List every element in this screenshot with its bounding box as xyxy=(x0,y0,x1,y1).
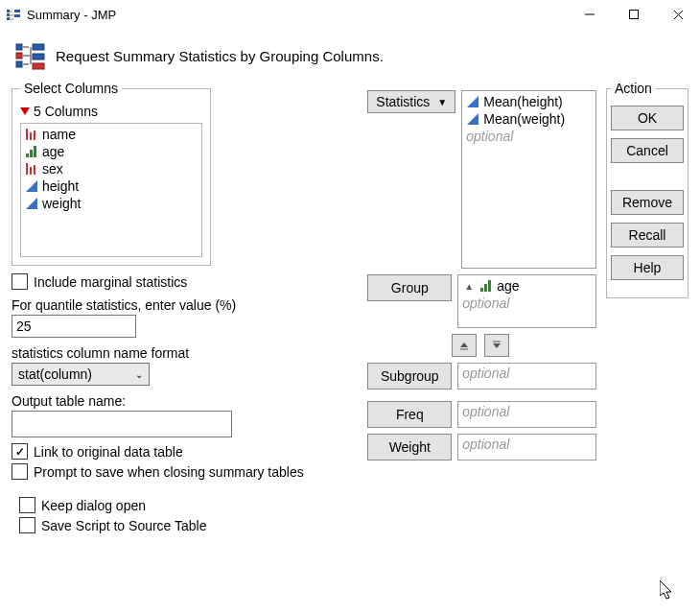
header-text: Request Summary Statistics by Grouping C… xyxy=(56,48,384,64)
ok-button[interactable]: OK xyxy=(611,106,684,130)
list-item[interactable]: name xyxy=(23,126,199,143)
window-controls xyxy=(568,0,700,29)
svg-marker-26 xyxy=(467,96,478,107)
quantile-input[interactable] xyxy=(12,315,136,338)
group-entry[interactable]: ▲ age xyxy=(462,277,592,295)
svg-rect-9 xyxy=(16,44,22,50)
action-group: Action OK Cancel Remove Recall Help xyxy=(606,81,688,298)
columns-header[interactable]: 5 Columns xyxy=(20,102,202,123)
cursor-icon xyxy=(660,580,677,602)
statistics-entry[interactable]: Mean(weight) xyxy=(466,110,592,128)
window-title: Summary - JMP xyxy=(27,8,568,22)
header-row: Request Summary Statistics by Grouping C… xyxy=(0,29,700,81)
ordinal-icon xyxy=(25,145,38,158)
include-marginal-label: Include marginal statistics xyxy=(34,274,187,290)
optional-placeholder: optional xyxy=(462,366,509,381)
recall-button[interactable]: Recall xyxy=(611,223,684,248)
keep-dialog-row[interactable]: Keep dialog open xyxy=(19,497,367,513)
close-button[interactable] xyxy=(656,0,700,29)
ok-label: OK xyxy=(638,110,657,126)
prompt-save-checkbox[interactable] xyxy=(12,463,28,480)
output-name-input[interactable] xyxy=(12,411,232,437)
svg-rect-22 xyxy=(30,167,32,175)
recall-label: Recall xyxy=(629,227,666,243)
svg-rect-19 xyxy=(30,150,33,157)
minimize-button[interactable] xyxy=(568,0,612,29)
link-original-checkbox[interactable] xyxy=(12,443,28,460)
statistics-box[interactable]: Mean(height) Mean(weight) optional xyxy=(461,90,596,269)
move-down-button[interactable] xyxy=(484,334,509,357)
include-marginal-row[interactable]: Include marginal statistics xyxy=(12,273,367,290)
help-button[interactable]: Help xyxy=(611,255,684,280)
svg-rect-14 xyxy=(33,63,44,69)
group-button-label: Group xyxy=(391,280,429,295)
app-icon xyxy=(6,7,21,22)
summary-icon xyxy=(15,40,46,71)
svg-marker-24 xyxy=(26,180,37,192)
svg-rect-23 xyxy=(34,165,35,175)
maximize-button[interactable] xyxy=(612,0,656,29)
stat-format-combo[interactable]: stat(column) ⌄ xyxy=(12,363,150,386)
list-item-label: sex xyxy=(42,161,63,177)
list-item[interactable]: height xyxy=(23,177,199,195)
svg-rect-0 xyxy=(7,10,10,12)
cancel-label: Cancel xyxy=(626,143,668,158)
list-item-label: name xyxy=(42,127,76,142)
nominal-icon xyxy=(25,128,38,141)
optional-placeholder: optional xyxy=(462,437,509,452)
ordinal-icon xyxy=(479,279,493,293)
svg-marker-25 xyxy=(26,198,37,209)
svg-rect-30 xyxy=(488,280,491,292)
freq-button-label: Freq xyxy=(396,407,424,422)
weight-button-label: Weight xyxy=(389,439,431,455)
column-list[interactable]: name age sex height weight xyxy=(20,123,202,257)
continuous-icon xyxy=(25,179,38,193)
statistics-button[interactable]: Statistics ▼ xyxy=(367,90,455,113)
prompt-save-row[interactable]: Prompt to save when closing summary tabl… xyxy=(12,463,367,480)
weight-button[interactable]: Weight xyxy=(367,434,452,460)
list-item[interactable]: age xyxy=(23,143,199,160)
keep-dialog-label: Keep dialog open xyxy=(41,498,146,513)
statistics-entry[interactable]: Mean(height) xyxy=(466,93,592,110)
include-marginal-checkbox[interactable] xyxy=(12,273,28,290)
save-script-checkbox[interactable] xyxy=(19,517,35,533)
list-item[interactable]: weight xyxy=(23,195,199,212)
remove-button[interactable]: Remove xyxy=(611,190,684,215)
link-original-row[interactable]: Link to original data table xyxy=(12,443,367,460)
svg-rect-1 xyxy=(7,13,10,16)
svg-rect-18 xyxy=(26,154,29,157)
optional-placeholder: optional xyxy=(466,128,592,145)
cancel-button[interactable]: Cancel xyxy=(611,138,684,163)
move-up-button[interactable] xyxy=(452,334,477,357)
subgroup-button-label: Subgroup xyxy=(381,368,439,384)
select-columns-group: Select Columns 5 Columns name age sex xyxy=(12,81,211,266)
subgroup-box[interactable]: optional xyxy=(457,363,596,390)
remove-label: Remove xyxy=(622,195,672,210)
svg-rect-3 xyxy=(14,10,20,12)
weight-box[interactable]: optional xyxy=(457,434,596,460)
list-item-label: height xyxy=(42,178,79,194)
list-item-label: weight xyxy=(42,196,81,211)
link-original-label: Link to original data table xyxy=(34,444,183,460)
list-item-label: age xyxy=(42,144,64,159)
save-script-label: Save Script to Source Table xyxy=(41,518,207,533)
group-button[interactable]: Group xyxy=(367,274,452,301)
action-legend: Action xyxy=(611,81,656,96)
svg-marker-35 xyxy=(660,580,671,599)
titlebar: Summary - JMP xyxy=(0,0,700,29)
subgroup-button[interactable]: Subgroup xyxy=(367,363,452,390)
disclosure-triangle-icon[interactable] xyxy=(20,107,30,115)
nominal-icon xyxy=(25,162,38,176)
keep-dialog-checkbox[interactable] xyxy=(19,497,35,513)
save-script-row[interactable]: Save Script to Source Table xyxy=(19,517,367,533)
svg-rect-13 xyxy=(33,54,44,59)
stat-format-value: stat(column) xyxy=(18,366,92,382)
freq-button[interactable]: Freq xyxy=(367,401,452,428)
statistics-entry-label: Mean(weight) xyxy=(483,111,565,127)
freq-box[interactable]: optional xyxy=(457,401,596,428)
list-item[interactable]: sex xyxy=(23,160,199,177)
group-box[interactable]: ▲ age optional xyxy=(457,274,596,328)
help-label: Help xyxy=(634,260,662,275)
svg-rect-21 xyxy=(26,163,28,175)
svg-rect-2 xyxy=(7,17,10,20)
